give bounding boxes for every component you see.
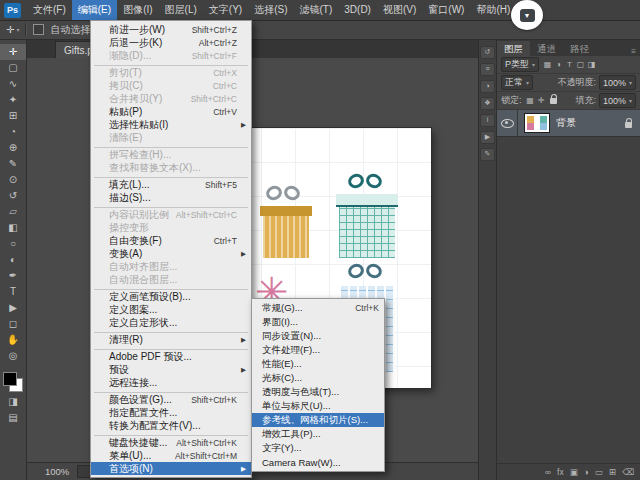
link-layers-icon[interactable]: ∞ [545, 467, 551, 477]
edit-menu-item[interactable]: 描边(S)... ▶ [91, 191, 251, 204]
dodge-tool[interactable]: ◐ [0, 252, 26, 268]
edit-menu-item[interactable]: 转换为配置文件(V)... ▶ [91, 419, 251, 432]
move-tool[interactable]: ✛ [0, 44, 26, 60]
new-layer-icon[interactable]: ⊞ [609, 467, 616, 477]
edit-menu-item[interactable]: 远程连接... ▶ [91, 376, 251, 389]
menubar-item[interactable]: 3D(D) [338, 0, 377, 20]
edit-menu-item[interactable]: 后退一步(K) Alt+Ctrl+Z ▶ [91, 36, 251, 49]
preferences-submenu-item[interactable]: Camera Raw(W)... [252, 455, 384, 469]
menubar-item[interactable]: 编辑(E) [72, 0, 117, 20]
eyedropper-tool[interactable]: ◔ [0, 124, 26, 140]
edit-menu-item[interactable]: 预设 ▶ [91, 363, 251, 376]
layer-mask-icon[interactable]: ▣ [570, 467, 578, 477]
marquee-tool[interactable]: ▢ [0, 60, 26, 76]
path-selection-tool[interactable]: ▶ [0, 300, 26, 316]
edit-menu-item[interactable]: 内容识别比例 Alt+Shift+Ctrl+C ▶ [91, 208, 251, 221]
edit-menu-item[interactable]: 自由变换(F) Ctrl+T ▶ [91, 234, 251, 247]
quick-selection-tool[interactable]: ✦ [0, 92, 26, 108]
foreground-color-swatch[interactable] [3, 372, 17, 386]
lock-all-icon[interactable] [550, 98, 557, 104]
edit-menu-item[interactable]: 剪切(T) Ctrl+X ▶ [91, 66, 251, 79]
menubar-item[interactable]: 文字(Y) [203, 0, 248, 20]
preferences-submenu-item[interactable]: 光标(C)... [252, 371, 384, 385]
edit-menu-item[interactable]: 菜单(U)... Alt+Shift+Ctrl+M ▶ [91, 449, 251, 462]
lock-transparency-icon[interactable]: ▦ [525, 96, 536, 105]
blend-mode-select[interactable]: 正常 ▾ [501, 75, 533, 90]
menubar-item[interactable]: 选择(S) [248, 0, 293, 20]
menubar-item[interactable]: 滤镜(T) [294, 0, 339, 20]
actions-panel-icon[interactable]: ▶ [480, 131, 495, 144]
edit-menu-item[interactable]: 清除(E) ▶ [91, 131, 251, 144]
pen-tool[interactable]: ✒ [0, 268, 26, 284]
type-tool[interactable]: T [0, 284, 26, 300]
hand-tool[interactable]: ✋ [0, 332, 26, 348]
zoom-level[interactable]: 100% [45, 466, 69, 477]
download-overlay-button[interactable]: ▼ [511, 0, 543, 30]
edit-menu-item[interactable]: 清理(R) ▶ [91, 333, 251, 346]
properties-panel-icon[interactable]: ≡ [480, 63, 495, 76]
layer-thumbnail[interactable] [524, 113, 550, 133]
quick-mask-icon[interactable]: ◨ [0, 394, 26, 410]
preferences-submenu-item[interactable]: 增效工具(P)... [252, 427, 384, 441]
edit-menu-item[interactable]: 拼写检查(H)... ▶ [91, 148, 251, 161]
edit-menu-item[interactable]: 颜色设置(G)... Shift+Ctrl+K ▶ [91, 393, 251, 406]
info-panel-icon[interactable]: i [480, 114, 495, 127]
opacity-input[interactable]: 100% ▾ [599, 75, 636, 90]
clone-stamp-tool[interactable]: ⊙ [0, 172, 26, 188]
preferences-submenu-item[interactable]: 单位与标尺(U)... [252, 399, 384, 413]
filter-shape-layers-icon[interactable]: ▢ [575, 60, 586, 69]
menubar-item[interactable]: 帮助(H) [470, 0, 516, 20]
fill-input[interactable]: 100% ▾ [599, 93, 636, 108]
layer-visibility-toggle[interactable] [497, 110, 518, 136]
styles-panel-icon[interactable]: ❖ [480, 97, 495, 110]
menubar-item[interactable]: 图像(I) [117, 0, 158, 20]
edit-menu-item[interactable]: 前进一步(W) Shift+Ctrl+Z ▶ [91, 23, 251, 36]
layer-filter-kind-select[interactable]: P类型 ▾ [501, 57, 539, 72]
history-panel-icon[interactable]: ↺ [480, 46, 495, 59]
menubar-item[interactable]: 视图(V) [377, 0, 422, 20]
gradient-tool[interactable]: ◧ [0, 220, 26, 236]
edit-menu-item[interactable]: 自动混合图层... ▶ [91, 273, 251, 286]
menubar-item[interactable]: 文件(F) [27, 0, 72, 20]
preferences-submenu-item[interactable]: 性能(E)... [252, 357, 384, 371]
menubar-item[interactable]: 图层(L) [159, 0, 203, 20]
filter-adjustment-layers-icon[interactable]: ◑ [553, 60, 564, 69]
edit-menu-item[interactable]: 首选项(N) ▶ [91, 462, 251, 475]
edit-menu-item[interactable]: 拷贝(C) Ctrl+C ▶ [91, 79, 251, 92]
edit-menu-item[interactable]: 定义画笔预设(B)... ▶ [91, 290, 251, 303]
preferences-submenu-item[interactable]: 常规(G)... Ctrl+K [252, 301, 384, 315]
layer-style-icon[interactable]: fx [557, 467, 564, 477]
delete-layer-icon[interactable]: ⌫ [622, 467, 634, 477]
edit-menu-item[interactable]: Adobe PDF 预设... ▶ [91, 350, 251, 363]
filter-smart-objects-icon[interactable]: ◨ [586, 60, 597, 69]
preferences-submenu-item[interactable]: 文件处理(F)... [252, 343, 384, 357]
preferences-submenu-item[interactable]: 参考线、网格和切片(S)... [252, 413, 384, 427]
panel-tab[interactable]: 图层 [497, 41, 530, 56]
edit-menu-item[interactable]: 粘贴(P) Ctrl+V ▶ [91, 105, 251, 118]
history-brush-tool[interactable]: ↺ [0, 188, 26, 204]
lasso-tool[interactable]: ∿ [0, 76, 26, 92]
preferences-submenu-item[interactable]: 文字(Y)... [252, 441, 384, 455]
edit-menu-item[interactable]: 自动对齐图层... ▶ [91, 260, 251, 273]
panel-tab[interactable]: 路径 [563, 41, 596, 56]
edit-menu-item[interactable]: 指定配置文件... ▶ [91, 406, 251, 419]
filter-type-layers-icon[interactable]: T [564, 60, 575, 69]
zoom-tool[interactable]: ◎ [0, 348, 26, 364]
edit-menu-item[interactable]: 填充(L)... Shift+F5 ▶ [91, 178, 251, 191]
preferences-submenu-item[interactable]: 同步设置(N)... [252, 329, 384, 343]
edit-menu-item[interactable]: 渐隐(D)... Shift+Ctrl+F ▶ [91, 49, 251, 62]
lock-position-icon[interactable]: ✛ [536, 96, 547, 105]
screen-mode-icon[interactable]: ▤ [0, 410, 26, 426]
move-tool-preset[interactable]: ✛ ▾ [6, 24, 19, 35]
menubar-item[interactable]: 窗口(W) [422, 0, 470, 20]
edit-menu-item[interactable]: 变换(A) ▶ [91, 247, 251, 260]
layer-row[interactable]: 背景 [497, 110, 640, 137]
adjustment-layer-icon[interactable]: ◑ [584, 467, 589, 477]
crop-tool[interactable]: ⊞ [0, 108, 26, 124]
brush-tool[interactable]: ✎ [0, 156, 26, 172]
shape-tool[interactable]: ◻ [0, 316, 26, 332]
edit-menu-item[interactable]: 操控变形 ▶ [91, 221, 251, 234]
edit-menu-item[interactable]: 定义图案... ▶ [91, 303, 251, 316]
edit-menu-item[interactable]: 键盘快捷键... Alt+Shift+Ctrl+K ▶ [91, 436, 251, 449]
edit-menu-item[interactable]: 定义自定形状... ▶ [91, 316, 251, 329]
